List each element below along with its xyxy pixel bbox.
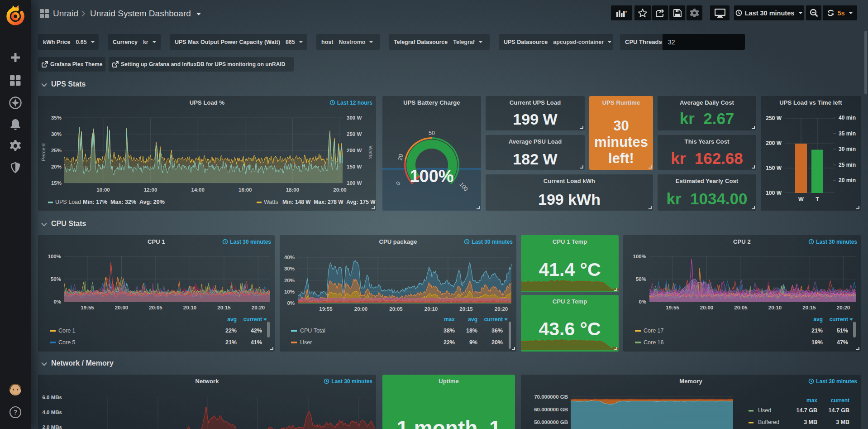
svg-text:16:00: 16:00 <box>238 187 252 193</box>
svg-text:0%: 0% <box>53 299 61 304</box>
svg-text:20:10: 20:10 <box>768 305 782 310</box>
svg-text:Watts: Watts <box>368 146 373 159</box>
svg-text:18:00: 18:00 <box>286 187 299 193</box>
svg-text:Percent: Percent <box>41 143 46 161</box>
svg-text:20:20: 20:20 <box>495 306 508 312</box>
svg-text:Used: Used <box>758 407 771 414</box>
svg-text:15%: 15% <box>51 180 62 186</box>
svg-text:35%: 35% <box>51 115 62 121</box>
svg-text:20:10: 20:10 <box>424 306 438 312</box>
svg-text:20:05: 20:05 <box>149 305 162 310</box>
svg-text:40 min: 40 min <box>839 115 856 121</box>
svg-text:avg: avg <box>813 316 823 323</box>
svg-text:50.000000 GB: 50.000000 GB <box>534 419 568 425</box>
svg-text:UPS Load: UPS Load <box>55 199 81 205</box>
svg-text:14.7 GB: 14.7 GB <box>796 407 817 414</box>
svg-text:Min: 148 W Max: 278 W Avg: 1: Min: 148 W Max: 278 W Avg: 175 W <box>282 199 376 205</box>
svg-text:T: T <box>816 196 819 202</box>
svg-text:22%: 22% <box>444 339 455 346</box>
svg-text:12:00: 12:00 <box>144 187 157 193</box>
svg-text:Core 5: Core 5 <box>58 339 76 346</box>
svg-text:250 W: 250 W <box>347 131 362 137</box>
svg-text:avg: avg <box>468 316 477 323</box>
svg-text:47%: 47% <box>837 339 848 346</box>
svg-text:20:15: 20:15 <box>217 305 231 310</box>
svg-text:50: 50 <box>429 130 435 136</box>
svg-text:max: max <box>806 397 817 404</box>
svg-text:9%: 9% <box>469 339 477 346</box>
svg-text:20:05: 20:05 <box>389 306 403 312</box>
svg-text:Min: 17% Max: 32% Avg: 20%: Min: 17% Max: 32% Avg: 20% <box>83 199 165 205</box>
svg-text:Watts: Watts <box>264 199 278 205</box>
svg-text:20%: 20% <box>51 164 62 169</box>
svg-text:150 W: 150 W <box>766 165 782 171</box>
svg-text:20: 20 <box>397 154 405 161</box>
svg-text:6.0 MBs: 6.0 MBs <box>43 395 62 400</box>
svg-text:19:55: 19:55 <box>666 305 679 310</box>
svg-text:14.7 GB: 14.7 GB <box>828 407 849 414</box>
svg-text:20:20: 20:20 <box>252 305 265 310</box>
svg-text:current: current <box>484 316 503 323</box>
svg-text:20:15: 20:15 <box>459 306 473 312</box>
svg-text:10:00: 10:00 <box>96 187 110 193</box>
svg-text:4.0 MBs: 4.0 MBs <box>43 410 62 415</box>
svg-text:50%: 50% <box>51 276 61 282</box>
svg-text:20%: 20% <box>491 339 503 346</box>
svg-text:Core 1: Core 1 <box>58 328 76 334</box>
svg-text:20:10: 20:10 <box>183 305 196 310</box>
svg-text:?: ? <box>13 408 17 416</box>
svg-text:30%: 30% <box>51 131 62 137</box>
svg-text:25 min: 25 min <box>839 162 856 168</box>
svg-text:19:55: 19:55 <box>319 306 333 312</box>
svg-text:CPU Total: CPU Total <box>300 328 325 334</box>
svg-text:14:00: 14:00 <box>191 187 204 193</box>
svg-text:250 W: 250 W <box>766 115 782 121</box>
svg-text:19:55: 19:55 <box>81 305 94 310</box>
svg-text:200 W: 200 W <box>347 148 362 153</box>
svg-text:40%: 40% <box>284 255 295 260</box>
svg-text:20%: 20% <box>284 278 295 283</box>
svg-text:150 W: 150 W <box>347 164 362 169</box>
svg-text:20:05: 20:05 <box>734 305 748 310</box>
svg-text:3 MB: 3 MB <box>836 419 849 425</box>
svg-text:20:00: 20:00 <box>333 187 346 193</box>
svg-text:30%: 30% <box>284 266 295 271</box>
svg-text:current: current <box>830 316 848 323</box>
svg-text:35 min: 35 min <box>839 130 856 137</box>
svg-text:User: User <box>300 339 312 346</box>
svg-text:Core 16: Core 16 <box>644 339 664 346</box>
svg-text:30 min: 30 min <box>839 146 856 152</box>
svg-text:20:15: 20:15 <box>802 305 816 310</box>
svg-text:300 W: 300 W <box>347 115 362 121</box>
svg-text:22%: 22% <box>225 328 237 334</box>
svg-text:20:00: 20:00 <box>354 306 367 312</box>
svg-text:3 MB: 3 MB <box>804 419 817 425</box>
svg-text:60.000000 GB: 60.000000 GB <box>534 407 568 412</box>
svg-text:100%: 100% <box>633 254 646 259</box>
svg-text:100 W: 100 W <box>347 180 362 186</box>
svg-text:100 W: 100 W <box>766 190 782 196</box>
svg-text:50%: 50% <box>636 276 646 282</box>
svg-text:51%: 51% <box>837 328 848 334</box>
svg-text:21%: 21% <box>225 339 237 346</box>
svg-text:100%: 100% <box>48 254 61 259</box>
svg-text:max: max <box>444 316 455 323</box>
svg-text:2.0 MBs: 2.0 MBs <box>43 424 62 429</box>
svg-text:20:00: 20:00 <box>700 305 713 310</box>
svg-text:100%: 100% <box>410 167 453 186</box>
svg-text:20:00: 20:00 <box>115 305 128 310</box>
svg-text:36%: 36% <box>491 328 503 334</box>
svg-text:25%: 25% <box>51 148 62 153</box>
svg-text:avg: avg <box>227 316 237 323</box>
svg-text:10%: 10% <box>284 289 295 294</box>
svg-text:Core 17: Core 17 <box>644 328 664 334</box>
svg-text:70.000000 GB: 70.000000 GB <box>534 394 568 400</box>
svg-text:W: W <box>798 196 804 202</box>
svg-text:Buffered: Buffered <box>758 419 779 425</box>
svg-text:0%: 0% <box>287 300 295 306</box>
svg-text:20 min: 20 min <box>839 177 856 183</box>
svg-text:38%: 38% <box>444 328 455 334</box>
svg-text:19%: 19% <box>811 339 823 346</box>
svg-text:200 W: 200 W <box>766 140 782 146</box>
svg-text:0%: 0% <box>639 299 646 304</box>
